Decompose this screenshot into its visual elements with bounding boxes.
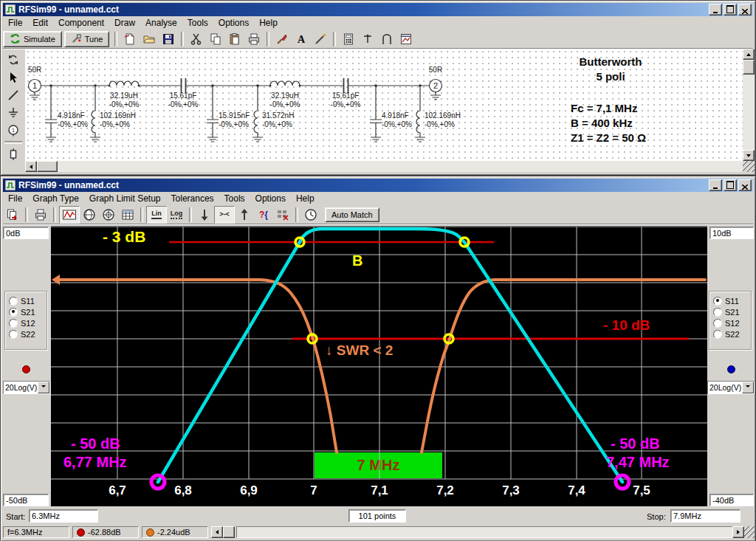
- lin-scale-button[interactable]: Lin: [146, 206, 167, 224]
- graph-window: RFSim99 - unnamed.cct FileGraph TypeGrap…: [0, 176, 756, 541]
- scroll-thumb[interactable]: [37, 161, 58, 172]
- cursor-left-icon[interactable]: [211, 526, 223, 538]
- select-icon[interactable]: [4, 69, 23, 86]
- schematic-canvas[interactable]: 50R 1 50R 2 4.918nF -0%,+0% 102.169nH -0…: [25, 49, 743, 161]
- right-scale-dropdown[interactable]: 20Log(V): [707, 381, 755, 394]
- title-bar[interactable]: RFSim99 - unnamed.cct: [3, 179, 753, 192]
- print-icon[interactable]: [31, 207, 50, 223]
- pi-network-icon[interactable]: [377, 31, 396, 47]
- menu-item-edit[interactable]: Edit: [27, 17, 53, 29]
- open-file-icon[interactable]: [140, 31, 159, 47]
- menu-item-graph-type[interactable]: Graph Type: [27, 193, 83, 204]
- scroll-thumb[interactable]: [743, 60, 755, 75]
- right-axis-top-field[interactable]: [709, 227, 754, 239]
- scroll-up-icon[interactable]: [743, 49, 755, 60]
- vertical-scrollbar[interactable]: [743, 49, 755, 161]
- log-scale-button[interactable]: Log: [167, 207, 186, 223]
- menu-item-tolerances[interactable]: Tolerances: [166, 193, 219, 204]
- simulate-button[interactable]: Simulate: [3, 31, 62, 47]
- port-icon[interactable]: 1: [4, 123, 23, 139]
- close-icon[interactable]: [738, 4, 752, 15]
- component-icon[interactable]: [4, 146, 23, 162]
- cursor-right-icon[interactable]: [732, 526, 744, 538]
- menu-item-component[interactable]: Component: [53, 17, 109, 29]
- channel-radio-s22[interactable]: S22: [709, 328, 751, 340]
- smith-chart-icon[interactable]: [80, 207, 99, 223]
- new-file-icon[interactable]: [120, 31, 140, 47]
- cursor-track[interactable]: [236, 526, 734, 538]
- left-axis-top-field[interactable]: [3, 227, 49, 239]
- wire-icon[interactable]: [4, 87, 23, 103]
- maximize-icon[interactable]: [724, 179, 737, 191]
- channel-radio-s21[interactable]: S21: [709, 306, 751, 317]
- right-axis-bottom-field[interactable]: [709, 494, 754, 506]
- auto-match-button[interactable]: Auto Match: [325, 207, 379, 222]
- component-tolerance: -0%,+0%: [219, 120, 249, 128]
- menu-item-graph-limit-setup[interactable]: Graph Limit Setup: [84, 193, 166, 204]
- scroll-down-icon[interactable]: [743, 150, 755, 161]
- marker-icon[interactable]: [273, 207, 292, 223]
- resize-grip[interactable]: [743, 161, 755, 172]
- left-scale-dropdown[interactable]: 20Log(V): [3, 381, 50, 394]
- status-bar: f=6.3MHz -62.88dB -2.24udB: [3, 525, 753, 540]
- port1-impedance-label: 50R: [28, 66, 41, 74]
- menu-item-help[interactable]: Help: [291, 193, 320, 204]
- chart-window-icon[interactable]: [396, 31, 416, 47]
- move-up-icon[interactable]: [235, 207, 254, 223]
- stop-frequency-input[interactable]: [670, 509, 740, 523]
- copy-icon[interactable]: [206, 31, 225, 47]
- points-field[interactable]: [348, 509, 406, 523]
- cursor-thumb[interactable]: [223, 526, 235, 538]
- table-icon[interactable]: [118, 207, 137, 223]
- menu-item-tools[interactable]: Tools: [219, 193, 250, 204]
- stub-icon[interactable]: [358, 31, 377, 47]
- close-icon[interactable]: [738, 179, 752, 191]
- menu-item-options[interactable]: Options: [250, 193, 291, 204]
- channel-radio-s12[interactable]: S12: [5, 317, 47, 328]
- chevron-down-icon[interactable]: [742, 382, 754, 393]
- calculator-icon[interactable]: [339, 31, 358, 47]
- fit-button[interactable]: >-<: [214, 206, 235, 224]
- scroll-left-icon[interactable]: [25, 161, 37, 172]
- left-marker-freq: 6,77 MHz: [63, 454, 127, 471]
- channel-radio-s21[interactable]: S21: [5, 306, 47, 317]
- paste-icon[interactable]: [225, 31, 244, 47]
- rotate-icon[interactable]: [4, 52, 23, 68]
- paint-icon[interactable]: [272, 31, 292, 47]
- menu-item-draw[interactable]: Draw: [109, 17, 140, 29]
- minimize-icon[interactable]: [709, 179, 722, 191]
- minimize-icon[interactable]: [709, 4, 722, 15]
- chevron-down-icon[interactable]: [38, 382, 49, 393]
- resize-grip[interactable]: [744, 526, 755, 538]
- move-down-icon[interactable]: [195, 207, 214, 223]
- menu-item-file[interactable]: File: [3, 17, 27, 29]
- save-icon[interactable]: [159, 31, 178, 47]
- polar-chart-icon[interactable]: [99, 207, 118, 223]
- channel-radio-s22[interactable]: S22: [5, 328, 47, 340]
- maximize-icon[interactable]: [724, 4, 737, 15]
- start-frequency-input[interactable]: [29, 509, 98, 523]
- channel-radio-s11[interactable]: S11: [709, 295, 751, 306]
- plot-area[interactable]: 7 MHz: [51, 226, 707, 506]
- query-icon[interactable]: ?{: [254, 207, 273, 223]
- menu-item-options[interactable]: Options: [213, 17, 254, 29]
- limit-markers: [295, 238, 469, 343]
- tolerance-clock-icon[interactable]: [301, 207, 320, 223]
- text-icon[interactable]: A: [292, 31, 311, 47]
- rectangular-graph-icon[interactable]: [59, 206, 80, 224]
- menu-item-file[interactable]: File: [3, 193, 27, 204]
- channel-radio-s12[interactable]: S12: [709, 317, 751, 328]
- title-bar[interactable]: RFSim99 - unnamed.cct: [3, 3, 753, 16]
- export-icon[interactable]: [3, 207, 22, 223]
- left-axis-bottom-field[interactable]: [3, 494, 49, 506]
- line-icon[interactable]: [311, 31, 330, 47]
- ground-icon[interactable]: [4, 105, 23, 121]
- menu-item-tools[interactable]: Tools: [182, 17, 213, 29]
- print-icon[interactable]: [244, 31, 264, 47]
- channel-radio-s11[interactable]: S11: [5, 295, 47, 306]
- cut-icon[interactable]: [187, 31, 206, 47]
- menu-item-help[interactable]: Help: [254, 17, 283, 29]
- horizontal-scrollbar[interactable]: [25, 161, 743, 172]
- menu-item-analyse[interactable]: Analyse: [140, 17, 182, 29]
- tune-button[interactable]: Tune: [64, 31, 110, 47]
